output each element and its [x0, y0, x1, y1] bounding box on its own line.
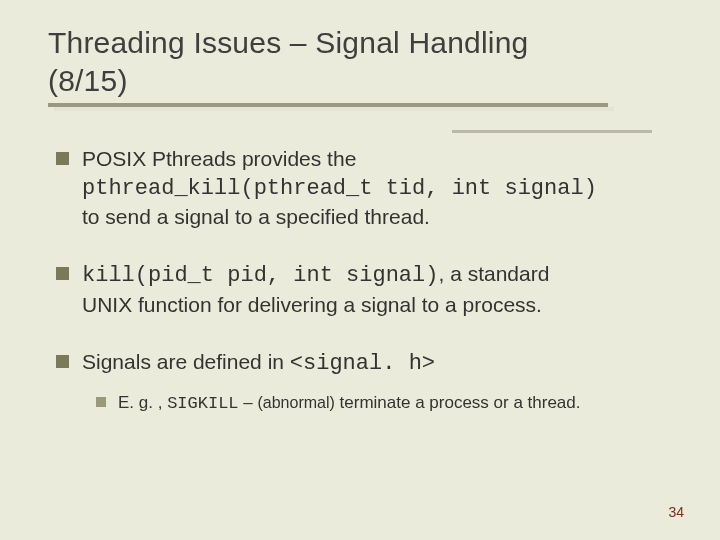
code-text: pthread_kill(pthread_t tid, int signal) — [82, 176, 597, 201]
code-text: SIGKILL — [167, 394, 238, 413]
bullet-text: POSIX Pthreads provides the — [82, 147, 356, 170]
page-number: 34 — [668, 504, 684, 520]
title-line-2: (8/15) — [48, 64, 128, 97]
title-block: Threading Issues – Signal Handling (8/15… — [48, 24, 680, 111]
bullet-text: – — [239, 393, 258, 412]
list-item: E. g. , SIGKILL – (abnormal) terminate a… — [96, 392, 680, 416]
bullet-text: to send a signal to a specified thread. — [82, 205, 430, 228]
list-item: POSIX Pthreads provides the pthread_kill… — [56, 145, 680, 230]
sub-bullet-list: E. g. , SIGKILL – (abnormal) terminate a… — [82, 392, 680, 416]
paren-note: (abnormal) — [257, 394, 334, 411]
list-item: kill(pid_t pid, int signal), a standard … — [56, 260, 680, 318]
accent-divider — [452, 130, 652, 133]
content-area: POSIX Pthreads provides the pthread_kill… — [48, 145, 680, 416]
page-title: Threading Issues – Signal Handling (8/15… — [48, 24, 680, 99]
bullet-list: POSIX Pthreads provides the pthread_kill… — [48, 145, 680, 416]
bullet-text: UNIX function for delivering a signal to… — [82, 293, 542, 316]
bullet-text: , a standard — [438, 262, 549, 285]
code-text: kill(pid_t pid, int signal) — [82, 263, 438, 288]
title-rule — [48, 103, 608, 107]
slide: Threading Issues – Signal Handling (8/15… — [0, 0, 720, 540]
bullet-text: Signals are defined in — [82, 350, 290, 373]
title-line-1: Threading Issues – Signal Handling — [48, 26, 528, 59]
bullet-text: terminate a process or a thread. — [335, 393, 581, 412]
bullet-text: E. g. , — [118, 393, 167, 412]
code-text: <signal. h> — [290, 351, 435, 376]
list-item: Signals are defined in <signal. h> E. g.… — [56, 348, 680, 416]
title-rule-shadow — [54, 107, 614, 111]
title-underline — [48, 103, 680, 111]
